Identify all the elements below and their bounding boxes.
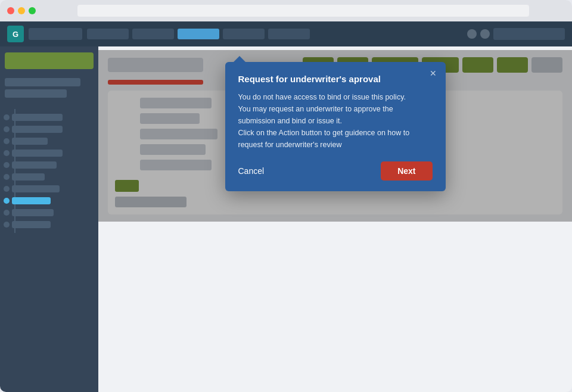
timeline-bar-7 — [12, 185, 60, 192]
cancel-button[interactable]: Cancel — [238, 164, 265, 178]
timeline-dot-3 — [4, 138, 10, 144]
modal-dialog: ✕ Request for underwriter's aproval You … — [225, 62, 446, 191]
timeline-bar-6 — [12, 173, 45, 181]
timeline-dot-10 — [4, 222, 10, 228]
modal-body-line1: You do not have access to bind or issue … — [238, 93, 406, 101]
sidebar-item-1[interactable] — [5, 78, 80, 86]
timeline-item-10[interactable] — [12, 221, 94, 228]
sidebar-active-item[interactable] — [5, 52, 94, 69]
address-bar[interactable] — [77, 5, 529, 17]
timeline-dot-9 — [4, 210, 10, 216]
top-bar-search — [29, 28, 82, 40]
modal-title: Request for underwriter's aproval — [238, 74, 433, 84]
timeline-dot-6 — [4, 174, 10, 180]
timeline-bar-1 — [12, 114, 63, 121]
modal-body-line2: You may request an underwriter to approv… — [238, 105, 393, 125]
timeline-item-5[interactable] — [12, 161, 94, 169]
next-button[interactable]: Next — [381, 161, 432, 181]
timeline-bar-4 — [12, 150, 63, 157]
timeline-item-1[interactable] — [12, 114, 94, 121]
timeline-item-3[interactable] — [12, 138, 94, 145]
app-logo: G — [7, 26, 24, 42]
minimize-button[interactable] — [18, 7, 25, 14]
timeline-bar-8-active — [12, 197, 51, 204]
timeline-item-4[interactable] — [12, 150, 94, 157]
timeline-bar-10 — [12, 221, 51, 228]
modal-overlay: ✕ Request for underwriter's aproval You … — [98, 50, 572, 222]
timeline-bar-9 — [12, 209, 54, 216]
timeline-bar-3 — [12, 138, 48, 145]
app-body: ✕ Request for underwriter's aproval You … — [0, 21, 572, 392]
close-button[interactable] — [7, 7, 14, 14]
timeline-item-6[interactable] — [12, 173, 94, 181]
content-area: ✕ Request for underwriter's aproval You … — [98, 50, 572, 222]
traffic-lights — [7, 7, 36, 14]
timeline-dot-5 — [4, 162, 10, 168]
timeline-dot-1 — [4, 114, 10, 120]
sidebar-item-2[interactable] — [5, 89, 67, 98]
timeline-dot-4 — [4, 150, 10, 156]
timeline-item-9[interactable] — [12, 209, 94, 216]
main-content: ✕ Request for underwriter's aproval You … — [98, 21, 572, 392]
sidebar — [0, 21, 98, 392]
timeline-bar-5 — [12, 161, 57, 169]
window-chrome — [0, 0, 572, 21]
modal-body-line3: Click on the Action button to get guiden… — [238, 129, 410, 149]
sidebar-section-top — [0, 71, 98, 104]
modal-close-button[interactable]: ✕ — [428, 68, 439, 79]
maximize-button[interactable] — [29, 7, 36, 14]
modal-body: You do not have access to bind or issue … — [238, 91, 433, 151]
modal-pointer — [234, 56, 245, 62]
timeline-item-2[interactable] — [12, 126, 94, 133]
sidebar-timeline — [0, 104, 98, 238]
timeline-dot-2 — [4, 126, 10, 132]
modal-footer: Cancel Next — [238, 161, 433, 181]
timeline-item-7[interactable] — [12, 185, 94, 192]
timeline-bar-2 — [12, 126, 63, 133]
timeline-item-8-active[interactable] — [12, 197, 94, 204]
timeline-dot-8-active — [4, 198, 10, 204]
timeline-dot-7 — [4, 186, 10, 192]
